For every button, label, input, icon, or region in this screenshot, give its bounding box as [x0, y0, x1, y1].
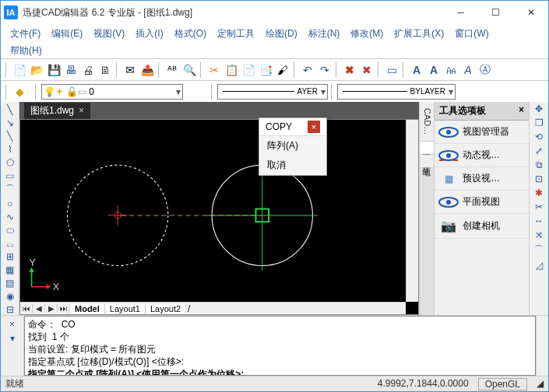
- layout-tab-1[interactable]: Layout1: [105, 304, 146, 313]
- vtab-toolpalette[interactable]: 工具选项板: [420, 142, 434, 155]
- text-a1-icon[interactable]: A: [409, 62, 424, 78]
- layermgr-icon[interactable]: ◆: [12, 84, 27, 100]
- erase-icon[interactable]: ✖: [342, 62, 357, 78]
- menu-draw[interactable]: 绘图(D): [261, 26, 302, 42]
- tab-last-icon[interactable]: ⏭: [58, 304, 70, 313]
- palette-item-camera[interactable]: 📷 创建相机: [435, 214, 529, 239]
- text-a2-icon[interactable]: A: [426, 62, 442, 78]
- status-mode[interactable]: OpenGL: [478, 378, 527, 390]
- matchprop-icon[interactable]: 🖌: [275, 62, 290, 78]
- menu-help[interactable]: 帮助(H): [5, 43, 47, 59]
- region-icon[interactable]: ◉: [2, 290, 18, 302]
- rect-icon[interactable]: ▭: [2, 170, 18, 181]
- vtab-cad[interactable]: CAD…: [420, 102, 434, 142]
- saveall-icon[interactable]: 🖶: [63, 62, 79, 78]
- palette-item-viewmgr[interactable]: 视图管理器: [435, 121, 529, 144]
- menu-customtools[interactable]: 定制工具: [213, 26, 259, 42]
- menu-edit[interactable]: 编辑(E): [47, 26, 87, 42]
- cmd-scrollbar[interactable]: [536, 316, 548, 376]
- menu-modify[interactable]: 修改(M): [346, 26, 388, 42]
- close-button[interactable]: ✕: [513, 2, 548, 23]
- vtab-brush[interactable]: 画笔: [420, 155, 434, 168]
- ray-icon[interactable]: ↘: [2, 117, 18, 128]
- tool-palette-close-icon[interactable]: ×: [519, 104, 524, 117]
- undo-icon[interactable]: ↶: [300, 62, 315, 78]
- linetype-dropdown[interactable]: AYER ▾: [217, 84, 328, 100]
- pline-icon[interactable]: ⌇: [2, 143, 18, 155]
- block-icon[interactable]: ▦: [2, 264, 18, 275]
- spline-icon[interactable]: ∿: [2, 211, 18, 222]
- table-icon[interactable]: ⊟: [2, 303, 18, 315]
- find-icon[interactable]: 🔍: [181, 62, 197, 78]
- copy2-icon[interactable]: ❐: [535, 117, 544, 128]
- status-resize-icon[interactable]: ◢: [537, 378, 544, 390]
- chamfer-icon[interactable]: ◿: [536, 260, 543, 271]
- cmd-close-icon[interactable]: ×: [9, 319, 15, 330]
- cut-icon[interactable]: ✂: [206, 62, 222, 78]
- rotate-icon[interactable]: ⟲: [535, 131, 543, 142]
- cmd-handle[interactable]: × ▾: [1, 316, 24, 376]
- fillet-icon[interactable]: ⌒: [534, 243, 544, 257]
- circle-icon[interactable]: ○: [2, 198, 18, 209]
- menu-insert[interactable]: 插入(I): [131, 26, 167, 42]
- break-icon[interactable]: ⤨: [535, 229, 543, 240]
- layer-dropdown[interactable]: 💡☀ 🔓▭ 0 ▾: [41, 84, 183, 100]
- ctx-item-array[interactable]: 阵列(A): [259, 136, 326, 156]
- open-icon[interactable]: 📂: [29, 62, 44, 78]
- text-a3-icon[interactable]: 🗛: [443, 62, 459, 78]
- insert-icon[interactable]: ⊞: [2, 250, 18, 262]
- menu-dim[interactable]: 标注(N): [304, 26, 345, 42]
- new-icon[interactable]: 📄: [12, 62, 27, 78]
- extend-icon[interactable]: ↔: [534, 215, 544, 226]
- palette-item-presetview[interactable]: ▦ 预设视…: [435, 167, 529, 191]
- palette-item-dynview[interactable]: 动态视…: [435, 144, 529, 167]
- printpreview-icon[interactable]: 🗎: [97, 62, 113, 78]
- doc-tab-active[interactable]: 图纸1.dwg ×: [24, 103, 90, 119]
- export-icon[interactable]: 📤: [139, 62, 155, 78]
- save-icon[interactable]: 💾: [46, 62, 62, 78]
- xline-icon[interactable]: ╲: [2, 130, 18, 142]
- oops-icon[interactable]: ✖: [359, 62, 375, 78]
- arc-icon[interactable]: ⌒: [2, 183, 18, 196]
- line-icon[interactable]: ╲: [2, 103, 18, 115]
- array-icon[interactable]: ✱: [535, 187, 543, 198]
- copy-icon[interactable]: 📋: [223, 62, 239, 78]
- scale-icon[interactable]: ⤢: [535, 145, 543, 156]
- offset-icon[interactable]: ⊡: [535, 173, 543, 184]
- hatch-icon[interactable]: ▤: [2, 277, 18, 289]
- menu-ext[interactable]: 扩展工具(X): [389, 26, 449, 42]
- cmd-pin-icon[interactable]: ▾: [10, 333, 15, 344]
- menu-file[interactable]: 文件(F): [5, 26, 45, 42]
- tab-first-icon[interactable]: ⏮: [20, 304, 33, 313]
- maximize-button[interactable]: ☐: [478, 2, 513, 23]
- pasteblock-icon[interactable]: 📑: [258, 62, 273, 78]
- palette-item-planview[interactable]: 平面视图: [435, 191, 529, 214]
- text-a5-icon[interactable]: Ⓐ: [477, 62, 493, 78]
- email-icon[interactable]: ✉: [122, 62, 138, 78]
- ellipsearc-icon[interactable]: ⌓: [2, 237, 18, 249]
- layout-tab-2[interactable]: Layout2: [146, 304, 186, 313]
- ctx-close-icon[interactable]: ×: [308, 121, 320, 133]
- tab-next-icon[interactable]: ▶: [45, 304, 58, 313]
- paste-icon[interactable]: 📄: [241, 62, 256, 78]
- select-icon[interactable]: ▭: [384, 62, 399, 78]
- spell-icon[interactable]: ᴬᴮ: [164, 62, 180, 78]
- menu-view[interactable]: 视图(V): [89, 26, 129, 42]
- canvas[interactable]: X Y COPY × 阵列(A) 取消 ⏮ ◀ ▶ ⏭: [19, 119, 419, 315]
- minimize-button[interactable]: ─: [443, 2, 478, 23]
- layout-tab-model[interactable]: Model: [70, 304, 105, 313]
- tab-prev-icon[interactable]: ◀: [33, 304, 45, 313]
- mirror-icon[interactable]: ⧉: [536, 159, 543, 170]
- lineweight-dropdown[interactable]: BYLAYER ▾: [337, 84, 456, 100]
- text-a4-icon[interactable]: A: [460, 62, 476, 78]
- ellipse-icon[interactable]: ⬭: [2, 224, 18, 236]
- menu-format[interactable]: 格式(O): [170, 26, 211, 42]
- move-icon[interactable]: ✥: [535, 103, 543, 114]
- trim-icon[interactable]: ✂: [535, 201, 543, 212]
- command-text[interactable]: 命令： CO 找到 1 个 当前设置: 复印模式 = 所有图元 指定基点或 [位…: [24, 316, 536, 376]
- print-icon[interactable]: 🖨: [80, 62, 96, 78]
- menu-window[interactable]: 窗口(W): [450, 26, 493, 42]
- ctx-item-cancel[interactable]: 取消: [259, 156, 326, 175]
- redo-icon[interactable]: ↷: [317, 62, 333, 78]
- scrollbar-vertical[interactable]: [406, 120, 418, 302]
